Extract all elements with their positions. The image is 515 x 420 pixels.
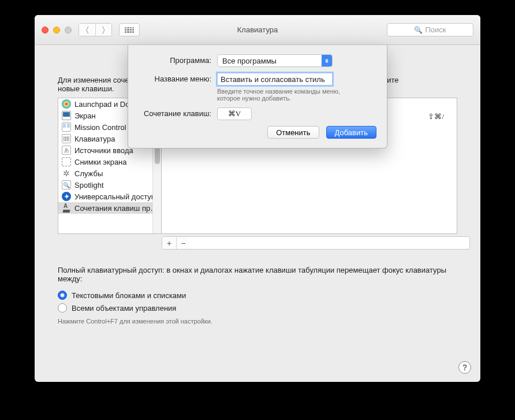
accessibility-icon: ✦ — [62, 192, 71, 201]
add-button[interactable]: Добавить — [326, 126, 376, 139]
sidebar-item-label: Универсальный доступ — [74, 192, 155, 201]
search-icon: 🔍 — [414, 26, 423, 34]
sidebar-item-label: Mission Control — [74, 123, 126, 132]
back-button[interactable]: 〈 — [79, 24, 95, 36]
sidebar-item-label: Снимки экрана — [74, 158, 127, 166]
menu-title-field[interactable]: Вставить и согласовать стиль — [217, 73, 333, 86]
keyboard-access-radios: Текстовыми блоками и списками Всеми объе… — [58, 289, 457, 314]
launchpad-icon — [62, 99, 71, 109]
application-value: Все программы — [222, 57, 277, 65]
titlebar: 〈 〉 Клавиатура 🔍 Поиск — [35, 15, 480, 45]
add-shortcut-sheet: Программа: Все программы Название меню: … — [128, 45, 387, 148]
add-remove-controls: + − — [162, 236, 470, 250]
menu-title-value: Вставить и согласовать стиль — [221, 75, 325, 84]
input-sources-icon: あ — [62, 146, 71, 155]
spotlight-icon: 🔍 — [62, 180, 71, 189]
radio-button-checked[interactable] — [58, 291, 67, 300]
sidebar-item-spotlight[interactable]: 🔍Spotlight — [58, 179, 161, 191]
radio-label: Текстовыми блоками и списками — [72, 291, 186, 300]
instructions-line2: новые клавиши. — [58, 84, 114, 93]
mission-control-icon — [62, 122, 71, 132]
keyboard-icon — [62, 134, 71, 143]
application-label: Программа: — [139, 54, 217, 65]
radio-all-controls[interactable]: Всеми объектами управления — [58, 302, 457, 314]
sidebar-item-app-shortcuts[interactable]: Сочетания клавиш пр… — [58, 202, 161, 214]
instructions-left: Для изменения сочета — [58, 76, 136, 84]
screenshot-icon — [62, 157, 71, 166]
f7-hint: Нажмите Control+F7 для изменения этой на… — [58, 318, 457, 325]
help-button[interactable]: ? — [458, 361, 471, 374]
window-controls — [42, 27, 72, 34]
cancel-button[interactable]: Отменить — [267, 126, 319, 139]
sidebar-item-label: Spotlight — [74, 181, 104, 189]
zoom-button[interactable] — [65, 27, 72, 34]
close-button[interactable] — [42, 27, 48, 34]
radio-text-boxes[interactable]: Текстовыми блоками и списками — [58, 289, 457, 302]
sidebar-item-services[interactable]: ✲Службы — [58, 168, 161, 179]
sidebar-item-accessibility[interactable]: ✦Универсальный доступ — [58, 191, 161, 202]
remove-shortcut-button[interactable]: − — [176, 237, 190, 250]
shortcut-label: Сочетание клавиш: — [139, 107, 217, 118]
sidebar-item-label: Экран — [74, 111, 96, 120]
app-shortcuts-icon — [62, 203, 71, 213]
show-all-button[interactable] — [119, 23, 140, 36]
display-icon — [62, 111, 71, 120]
search-placeholder: Поиск — [425, 25, 446, 34]
add-shortcut-button[interactable]: + — [162, 237, 176, 250]
forward-button[interactable]: 〉 — [95, 24, 111, 36]
application-popup[interactable]: Все программы — [217, 54, 333, 67]
radio-label: Всеми объектами управления — [72, 304, 176, 313]
sidebar-item-label: Источники ввода — [74, 146, 133, 155]
sidebar-item-screenshots[interactable]: Снимки экрана — [58, 156, 161, 168]
sidebar-item-label: Сочетания клавиш пр… — [74, 204, 158, 213]
sidebar-item-label: Службы — [74, 169, 103, 178]
popup-arrows-icon — [322, 55, 332, 66]
nav-buttons: 〈 〉 — [79, 23, 112, 36]
prefs-window: 〈 〉 Клавиатура 🔍 Поиск Клави ктовка Для … — [35, 15, 480, 382]
search-field[interactable]: 🔍 Поиск — [387, 23, 473, 36]
menu-title-label: Название меню: — [139, 73, 217, 83]
shortcut-value: ⇧⌘/ — [428, 112, 444, 121]
grid-icon — [125, 27, 134, 33]
radio-button-unchecked[interactable] — [58, 303, 67, 313]
services-icon: ✲ — [62, 169, 71, 178]
menu-title-help: Введите точное название команды меню, ко… — [217, 88, 344, 102]
full-keyboard-access-text: Полный клавиатурный доступ: в окнах и ди… — [58, 266, 457, 283]
minimize-button[interactable] — [53, 27, 60, 34]
sidebar-item-label: Клавиатура — [74, 135, 115, 143]
shortcut-field[interactable]: ⌘V — [217, 107, 252, 120]
